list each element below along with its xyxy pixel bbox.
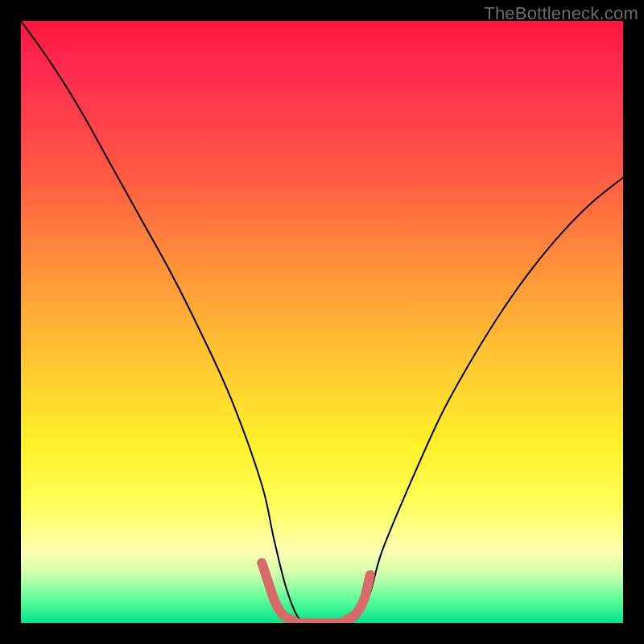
plot-area <box>21 21 623 623</box>
optimal-range-marker <box>262 563 370 623</box>
bottleneck-curve <box>21 21 623 623</box>
chart-frame: TheBottleneck.com <box>0 0 644 644</box>
watermark-text: TheBottleneck.com <box>484 3 638 24</box>
chart-overlay <box>21 21 623 623</box>
